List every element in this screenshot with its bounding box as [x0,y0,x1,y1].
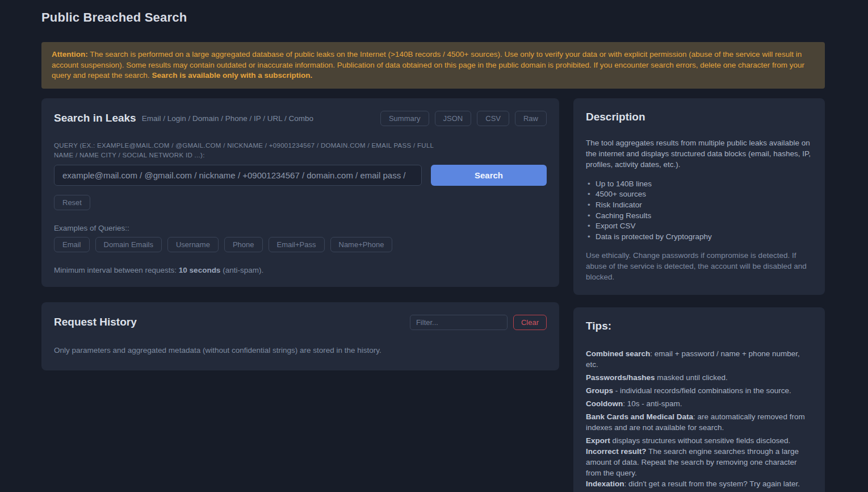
history-controls: Clear [410,315,547,330]
tip-bold: Incorrect result? [586,447,647,456]
reset-row: Reset [54,195,547,210]
page: Public Breached Search Attention: The se… [0,0,868,492]
tip-text: displays structures without sensitive fi… [610,436,790,445]
tip-bold: Passwords/hashes [586,373,655,382]
examples-label: Examples of Queries:: [54,224,547,232]
tab-json[interactable]: JSON [435,111,472,126]
left-column: Search in Leaks Email / Login / Domain /… [41,98,559,370]
main-grid: Search in Leaks Email / Login / Domain /… [41,98,825,492]
tip-bank-cards: Bank Cards and Medical Data: are automat… [586,411,812,433]
tip-passwords-hashes: Passwords/hashes masked until clicked. [586,372,812,383]
bullet-item: Export CSV [586,221,812,232]
example-name-phone-button[interactable]: Name+Phone [330,237,393,252]
bullet-item: Up to 140B lines [586,179,812,190]
bullet-item: Data is protected by Cryptography [586,232,812,243]
example-username-button[interactable]: Username [167,237,219,252]
example-domain-emails-button[interactable]: Domain Emails [95,237,162,252]
attention-banner: Attention: The search is performed on a … [41,42,825,89]
history-note: Only parameters and aggregated metadata … [54,346,547,355]
history-filter-input[interactable] [410,315,508,330]
tip-incorrect-result: Incorrect result? The search engine sear… [586,446,812,478]
output-format-tabs: Summary JSON CSV Raw [380,111,547,126]
tab-raw[interactable]: Raw [515,111,547,126]
right-column: Description The tool aggregates results … [573,98,825,492]
tip-indexation: Indexation: didn't get a result from the… [586,478,812,492]
tip-bold: Combined search [586,349,650,358]
example-email-pass-button[interactable]: Email+Pass [269,237,325,252]
tip-bold: Bank Cards and Medical Data [586,412,693,421]
interval-value: 10 seconds [179,266,221,274]
bullet-item: 4500+ sources [586,189,812,200]
query-label: QUERY (EX.: EXAMPLE@MAIL.COM / @GMAIL.CO… [54,141,440,161]
tip-bold: Groups [586,386,613,395]
interval-suffix: (anti-spam). [220,266,263,274]
request-history-panel: Request History Clear Only parameters an… [41,302,559,370]
query-row: Search [54,165,547,186]
bullet-item: Risk Indicator [586,200,812,211]
tip-bold: Cooldown [586,399,623,408]
interval-note: Minimum interval between requests: 10 se… [54,266,547,274]
tips-title: Tips: [586,320,812,332]
description-bullet-list: Up to 140B lines 4500+ sources Risk Indi… [586,179,812,243]
example-queries-row: Email Domain Emails Username Phone Email… [54,237,547,252]
tip-text: - individual records/field combinations … [613,386,791,395]
interval-prefix: Minimum interval between requests: [54,266,179,274]
page-title: Public Breached Search [41,10,825,25]
request-history-header: Request History Clear [54,315,547,330]
tip-text: : 10s - anti-spam. [623,399,682,408]
search-panel: Search in Leaks Email / Login / Domain /… [41,98,559,287]
description-intro: The tool aggregates results from multipl… [586,137,812,170]
subscription-note: Search is available only with a subscrip… [152,71,312,80]
clear-history-button[interactable]: Clear [513,315,547,330]
search-panel-title: Search in Leaks [54,112,136,124]
search-button[interactable]: Search [431,165,547,186]
description-panel: Description The tool aggregates results … [573,98,825,295]
example-phone-button[interactable]: Phone [224,237,263,252]
description-title: Description [586,111,812,123]
request-history-title: Request History [54,316,137,328]
search-panel-header: Search in Leaks Email / Login / Domain /… [54,111,547,126]
attention-label: Attention: [52,50,88,59]
bullet-item: Caching Results [586,211,812,222]
description-footer: Use ethically. Change passwords if compr… [586,250,812,282]
tip-bold: Indexation [586,480,624,488]
reset-button[interactable]: Reset [54,195,90,210]
tip-combined-search: Combined search: email + password / name… [586,348,812,370]
query-input[interactable] [54,165,422,186]
tab-summary[interactable]: Summary [380,111,429,126]
tip-export: Export displays structures without sensi… [586,435,812,446]
tip-groups: Groups - individual records/field combin… [586,385,812,396]
tips-body: Combined search: email + password / name… [586,348,812,492]
tip-bold: Export [586,436,610,445]
example-email-button[interactable]: Email [54,237,90,252]
tip-cooldown: Cooldown: 10s - anti-spam. [586,398,812,409]
tips-panel: Tips: Combined search: email + password … [573,307,825,492]
tab-csv[interactable]: CSV [477,111,509,126]
tip-text: masked until clicked. [655,373,728,382]
search-panel-subtitle: Email / Login / Domain / Phone / IP / UR… [142,114,313,123]
